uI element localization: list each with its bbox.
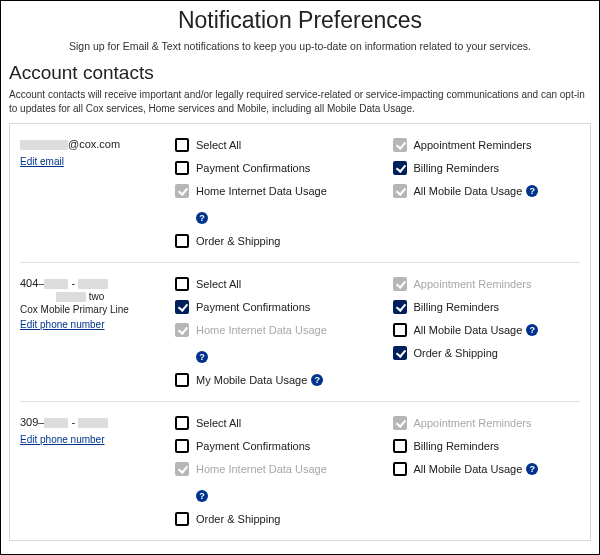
help-icon[interactable] — [196, 490, 208, 502]
label-billing-reminders: Billing Reminders — [414, 300, 500, 314]
label-payment-confirmations: Payment Confirmations — [196, 300, 310, 314]
contact-row: @cox.com Edit email Select All Payment C… — [20, 124, 580, 262]
edit-phone-link[interactable]: Edit phone number — [20, 319, 105, 330]
label-order-shipping: Order & Shipping — [196, 234, 280, 248]
edit-phone-link[interactable]: Edit phone number — [20, 434, 105, 445]
checkbox-payment-confirmations[interactable] — [175, 439, 189, 453]
label-order-shipping: Order & Shipping — [414, 346, 498, 360]
contact-sub1: two — [89, 291, 105, 302]
contact-row: 309– - Edit phone number Select All Paym… — [20, 401, 580, 540]
help-icon[interactable] — [196, 212, 208, 224]
label-appointment-reminders: Appointment Reminders — [414, 277, 532, 291]
help-icon[interactable] — [526, 185, 538, 197]
checkbox-payment-confirmations[interactable] — [175, 161, 189, 175]
page-subtitle: Sign up for Email & Text notifications t… — [9, 40, 591, 52]
contact-info: 309– - Edit phone number — [20, 416, 175, 526]
checkbox-all-mobile-data[interactable] — [393, 323, 407, 337]
checkbox-home-internet-data[interactable] — [175, 184, 189, 198]
account-contacts-description: Account contacts will receive important … — [9, 88, 591, 115]
label-order-shipping: Order & Shipping — [196, 512, 280, 526]
label-all-mobile-data: All Mobile Data Usage — [414, 462, 523, 476]
label-appointment-reminders: Appointment Reminders — [414, 138, 532, 152]
checkbox-order-shipping[interactable] — [393, 346, 407, 360]
redacted-text — [78, 418, 108, 428]
contacts-panel: @cox.com Edit email Select All Payment C… — [9, 123, 591, 541]
checkbox-home-internet-data[interactable] — [175, 462, 189, 476]
contact-row: 404– - two Cox Mobile Primary Line Edit … — [20, 262, 580, 401]
email-suffix: @cox.com — [68, 138, 120, 150]
label-all-mobile-data: All Mobile Data Usage — [414, 323, 523, 337]
checkbox-order-shipping[interactable] — [175, 512, 189, 526]
checkbox-billing-reminders[interactable] — [393, 161, 407, 175]
label-payment-confirmations: Payment Confirmations — [196, 439, 310, 453]
redacted-text — [20, 140, 68, 150]
checkbox-select-all[interactable] — [175, 138, 189, 152]
label-select-all: Select All — [196, 416, 241, 430]
label-all-mobile-data: All Mobile Data Usage — [414, 184, 523, 198]
contact-sub2: Cox Mobile Primary Line — [20, 304, 175, 315]
checkbox-appointment-reminders[interactable] — [393, 416, 407, 430]
checkbox-select-all[interactable] — [175, 277, 189, 291]
help-icon[interactable] — [526, 463, 538, 475]
redacted-text — [78, 279, 108, 289]
label-select-all: Select All — [196, 138, 241, 152]
page-title: Notification Preferences — [9, 7, 591, 34]
checkbox-appointment-reminders[interactable] — [393, 138, 407, 152]
checkbox-select-all[interactable] — [175, 416, 189, 430]
label-payment-confirmations: Payment Confirmations — [196, 161, 310, 175]
label-billing-reminders: Billing Reminders — [414, 161, 500, 175]
label-home-internet-data: Home Internet Data Usage — [196, 323, 327, 337]
label-my-mobile-data: My Mobile Data Usage — [196, 373, 307, 387]
edit-email-link[interactable]: Edit email — [20, 156, 64, 167]
checkbox-appointment-reminders[interactable] — [393, 277, 407, 291]
label-appointment-reminders: Appointment Reminders — [414, 416, 532, 430]
checkbox-order-shipping[interactable] — [175, 234, 189, 248]
checkbox-all-mobile-data[interactable] — [393, 184, 407, 198]
checkbox-home-internet-data[interactable] — [175, 323, 189, 337]
checkbox-billing-reminders[interactable] — [393, 300, 407, 314]
label-home-internet-data: Home Internet Data Usage — [196, 462, 327, 476]
help-icon[interactable] — [526, 324, 538, 336]
help-icon[interactable] — [311, 374, 323, 386]
checkbox-my-mobile-data[interactable] — [175, 373, 189, 387]
label-billing-reminders: Billing Reminders — [414, 439, 500, 453]
contact-info: 404– - two Cox Mobile Primary Line Edit … — [20, 277, 175, 387]
contact-info: @cox.com Edit email — [20, 138, 175, 248]
checkbox-all-mobile-data[interactable] — [393, 462, 407, 476]
help-icon[interactable] — [196, 351, 208, 363]
phone-prefix: 404– — [20, 277, 44, 289]
redacted-text — [44, 418, 68, 428]
label-home-internet-data: Home Internet Data Usage — [196, 184, 327, 198]
redacted-text — [44, 279, 68, 289]
checkbox-payment-confirmations[interactable] — [175, 300, 189, 314]
checkbox-billing-reminders[interactable] — [393, 439, 407, 453]
redacted-text — [56, 292, 86, 302]
label-select-all: Select All — [196, 277, 241, 291]
account-contacts-heading: Account contacts — [9, 62, 591, 84]
phone-prefix: 309– — [20, 416, 44, 428]
